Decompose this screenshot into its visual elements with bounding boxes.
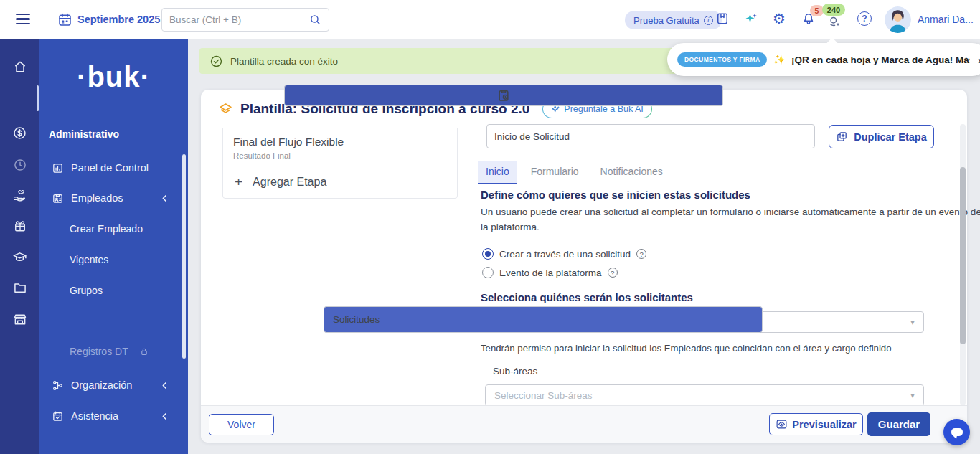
success-banner-message: Plantilla creada con éxito xyxy=(230,56,338,67)
coins-icon[interactable] xyxy=(829,16,842,27)
chevron-left-icon xyxy=(160,194,169,203)
subareas-select[interactable]: Seleccionar Sub-áreas ▾ xyxy=(485,384,924,406)
radio-selected-icon[interactable] xyxy=(482,248,494,260)
content-scrollbar-thumb[interactable] xyxy=(960,167,966,344)
sidebar-item-panel-de-control[interactable]: Panel de Control xyxy=(42,155,178,181)
requesters-section-title: Selecciona quiénes serán los solicitante… xyxy=(481,291,693,303)
start-section-description: Un usuario puede crear una solicitud al … xyxy=(481,204,980,235)
user-name[interactable]: Anmari Da... xyxy=(918,14,974,25)
sidebar-item-crear-empleado[interactable]: Crear Empleado xyxy=(42,216,178,242)
sidebar-section-label: Administrativo xyxy=(49,128,119,140)
search-icon[interactable] xyxy=(309,14,321,26)
stage-final-subtitle: Resultado Final xyxy=(233,151,447,160)
chevron-down-icon: ▾ xyxy=(910,317,915,327)
template-card: Plantilla: Solicitud de Inscripción a cu… xyxy=(201,90,967,443)
calendar-icon[interactable] xyxy=(57,12,72,27)
topbar: Septiembre 2025 Prueba Gratuita i ⚙ 5 24… xyxy=(0,0,980,39)
add-stage-label: Agregar Etapa xyxy=(253,176,326,189)
hamburger-menu-icon[interactable] xyxy=(16,14,30,25)
stage-final-title: Final del Flujo Flexible xyxy=(233,136,447,148)
stage-tabs: Inicio Formulario Notificaciones xyxy=(478,161,671,184)
sidebar-item-label: Solicitudes xyxy=(333,314,380,325)
search-input[interactable] xyxy=(169,14,309,25)
gear-icon[interactable]: ⚙ xyxy=(773,11,786,27)
sidebar-item-empleados[interactable]: Empleados xyxy=(42,185,178,211)
sidebar-item-label: Vigentes xyxy=(70,254,108,265)
radio-option-request[interactable]: Crear a través de una solicitud ? xyxy=(482,248,646,260)
sidebar-item-label: Asistencia xyxy=(71,410,118,422)
sidebar-item-organizacion[interactable]: Organización xyxy=(42,372,178,398)
subareas-label: Sub-áreas xyxy=(493,366,537,377)
chat-fab-button[interactable] xyxy=(943,419,970,445)
clock-icon[interactable] xyxy=(5,151,34,179)
trial-label: Prueba Gratuita xyxy=(633,15,699,26)
start-section-title: Define cómo quieres que se inicien estas… xyxy=(481,189,750,201)
check-circle-icon xyxy=(209,55,223,68)
add-stage-button[interactable]: + Agregar Etapa xyxy=(223,166,457,198)
radio-unselected-icon[interactable] xyxy=(482,267,494,278)
tab-notificaciones[interactable]: Notificaciones xyxy=(593,161,671,184)
help-icon[interactable]: ? xyxy=(857,11,872,26)
sparkle-ai-icon[interactable] xyxy=(744,12,758,27)
save-button[interactable]: Guardar xyxy=(867,412,930,436)
card-footer: Volver Previsualizar Guardar xyxy=(201,405,967,443)
content-scrollbar-track[interactable] xyxy=(960,124,966,405)
chat-bubble-icon xyxy=(951,428,963,436)
stage-name-input[interactable] xyxy=(486,124,815,148)
sidebar-item-label: Organización xyxy=(71,379,132,391)
help-circle-icon[interactable]: ? xyxy=(608,268,618,278)
info-icon: i xyxy=(704,16,713,25)
global-search xyxy=(161,8,329,32)
id-badge-icon xyxy=(52,192,64,204)
radio-option-event-label: Evento de la plataforma xyxy=(499,268,602,278)
copy-icon xyxy=(836,131,848,143)
back-button[interactable]: Volver xyxy=(209,414,274,435)
sidebar-item-grupos[interactable]: Grupos xyxy=(42,278,178,303)
gift-icon[interactable] xyxy=(5,212,34,240)
rail-active-indicator xyxy=(37,85,39,111)
duplicate-stage-label: Duplicar Etapa xyxy=(854,131,927,143)
app-window: Septiembre 2025 Prueba Gratuita i ⚙ 5 24… xyxy=(0,0,980,454)
avatar[interactable] xyxy=(885,6,911,33)
sidebar-scrollbar[interactable] xyxy=(182,154,186,359)
topbar-divider xyxy=(44,10,44,29)
module-rail xyxy=(0,39,39,454)
sidebar-item-solicitudes[interactable]: Solicitudes xyxy=(324,306,763,333)
tab-inicio[interactable]: Inicio xyxy=(478,161,517,184)
help-circle-icon[interactable]: ? xyxy=(636,249,646,259)
graduation-cap-icon[interactable] xyxy=(5,242,34,271)
sidebar: ·buk· Administrativo Panel de Control Em… xyxy=(39,39,188,454)
hand-heart-icon[interactable] xyxy=(5,181,34,209)
sidebar-item-vigentes[interactable]: Vigentes xyxy=(42,247,178,273)
promo-toast-tag: DOCUMENTOS Y FIRMA xyxy=(677,52,767,67)
org-chart-icon xyxy=(52,379,64,392)
chevron-down-icon: ▾ xyxy=(910,390,915,400)
eye-icon xyxy=(776,418,788,430)
stage-final-item[interactable]: Final del Flujo Flexible Resultado Final xyxy=(223,128,457,166)
plus-icon: + xyxy=(235,174,242,190)
permission-note: Tendrán permiso para iniciar la solicitu… xyxy=(481,343,892,354)
storefront-icon[interactable] xyxy=(5,305,34,334)
promo-toast[interactable]: DOCUMENTOS Y FIRMA ✨ ¡QR en cada hoja y … xyxy=(667,43,980,76)
promo-toast-message: ¡QR en cada hoja y Marca de Agua! Más se… xyxy=(791,55,970,65)
radio-option-event[interactable]: Evento de la plataforma ? xyxy=(482,267,618,278)
money-icon[interactable] xyxy=(5,118,34,147)
home-icon[interactable] xyxy=(5,52,34,81)
trial-badge[interactable]: Prueba Gratuita i xyxy=(625,11,722,29)
layers-icon xyxy=(218,102,233,117)
folder-icon[interactable] xyxy=(5,273,34,302)
sidebar-item-registros-dt[interactable]: Registros DT xyxy=(42,339,178,364)
preview-label: Previsualizar xyxy=(792,419,856,430)
bookmark-icon[interactable] xyxy=(715,11,730,26)
preview-button[interactable]: Previsualizar xyxy=(769,413,863,435)
chevron-left-icon xyxy=(160,381,169,390)
sidebar-item-label: Registros DT xyxy=(70,346,128,357)
duplicate-stage-button[interactable]: Duplicar Etapa xyxy=(829,125,934,148)
lock-icon xyxy=(139,346,149,356)
credits-badge: 240 xyxy=(822,4,845,16)
buk-logo: ·buk· xyxy=(39,61,188,93)
period-label[interactable]: Septiembre 2025 xyxy=(77,14,160,25)
tab-formulario[interactable]: Formulario xyxy=(523,161,587,184)
sidebar-item-asistencia[interactable]: Asistencia xyxy=(42,403,178,429)
clipboard-clock-icon[interactable] xyxy=(284,85,723,106)
